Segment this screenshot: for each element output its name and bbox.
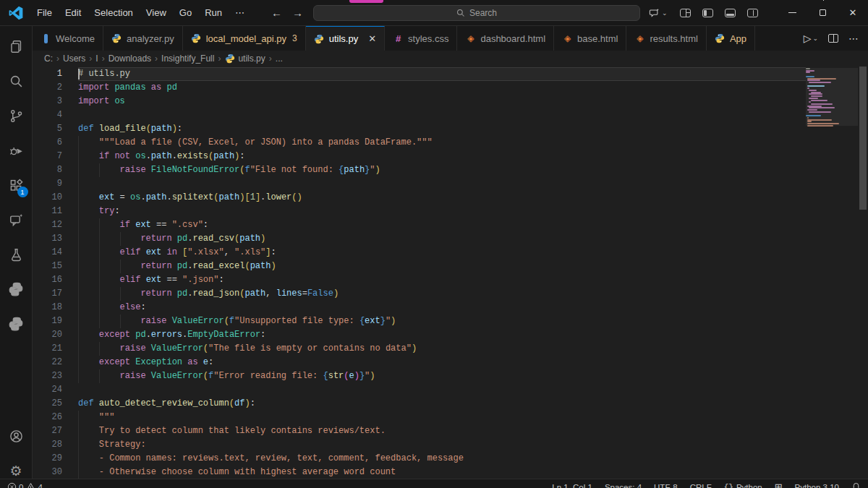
- breadcrumb-file[interactable]: utils.py: [224, 53, 265, 64]
- code-line[interactable]: 14 elif ext in [".xlsx", ".xls"]:: [33, 246, 806, 260]
- code-line[interactable]: 16 elif ext == ".json":: [33, 273, 806, 287]
- activity-item-source-control[interactable]: [0, 98, 33, 133]
- line-number[interactable]: 12: [33, 218, 62, 232]
- search-input[interactable]: Search: [313, 5, 640, 21]
- line-number[interactable]: 7: [33, 150, 62, 163]
- breadcrumb-segment[interactable]: Insightify_Full: [161, 53, 214, 64]
- code-line[interactable]: 9: [33, 177, 806, 191]
- menu-item-file[interactable]: File: [30, 4, 59, 21]
- code-line[interactable]: 10 ext = os.path.splitext(path)[1].lower…: [33, 191, 806, 205]
- tab-styles-css[interactable]: #styles.css: [385, 26, 457, 51]
- code-line[interactable]: 24: [33, 383, 806, 397]
- copilot-chat-button[interactable]: ⌄: [649, 8, 668, 18]
- code-line[interactable]: 26 """: [33, 411, 806, 424]
- tab-dashboard-html[interactable]: ◈dashboard.html: [457, 26, 554, 51]
- breadcrumb-segment[interactable]: Downloads: [109, 53, 151, 64]
- tab-welcome[interactable]: Welcome: [33, 26, 103, 51]
- minimap[interactable]: [806, 68, 858, 127]
- line-number[interactable]: 10: [33, 191, 62, 205]
- tab-base-html[interactable]: ◈base.html: [554, 26, 626, 51]
- code-line[interactable]: 3import os: [33, 95, 806, 108]
- menu-item-run[interactable]: Run: [198, 4, 229, 21]
- code-line[interactable]: 27 Try to detect column that likely cont…: [33, 424, 806, 438]
- restore-button[interactable]: [807, 0, 838, 25]
- code-line[interactable]: 12 if ext == ".csv":: [33, 218, 806, 232]
- activity-item-python-env[interactable]: [0, 272, 33, 307]
- activity-item-testing[interactable]: [0, 237, 33, 272]
- menu-item-edit[interactable]: Edit: [59, 4, 88, 21]
- line-number[interactable]: 2: [33, 81, 62, 95]
- line-number[interactable]: 23: [33, 369, 62, 383]
- scrollbar-thumb[interactable]: [859, 67, 867, 210]
- line-number[interactable]: 21: [33, 342, 62, 356]
- code-line[interactable]: 5def load_file(path):: [33, 122, 806, 136]
- code-line[interactable]: 23 raise ValueError(f"Error reading file…: [33, 369, 806, 383]
- line-number[interactable]: 30: [33, 466, 62, 479]
- line-number[interactable]: 5: [33, 122, 62, 136]
- code-line[interactable]: 6 """Load a file (CSV, Excel, or JSON) i…: [33, 136, 806, 150]
- line-number[interactable]: 24: [33, 383, 62, 397]
- code-line[interactable]: 1# utils.py: [33, 67, 806, 81]
- code-line[interactable]: 20 except pd.errors.EmptyDataError:: [33, 328, 806, 342]
- line-number[interactable]: 3: [33, 95, 62, 108]
- line-number[interactable]: 8: [33, 163, 62, 177]
- editor[interactable]: 1# utils.py2import pandas as pd3import o…: [33, 67, 868, 488]
- activity-item-extensions[interactable]: 1: [0, 168, 33, 202]
- menu-item-view[interactable]: View: [140, 4, 173, 21]
- line-number[interactable]: 1: [33, 67, 62, 81]
- toggle-panel-icon[interactable]: [725, 9, 736, 17]
- line-number[interactable]: 14: [33, 246, 62, 260]
- code-line[interactable]: 7 if not os.path.exists(path):: [33, 150, 806, 163]
- vertical-scrollbar[interactable]: [858, 67, 868, 488]
- line-number[interactable]: 17: [33, 287, 62, 301]
- code-line[interactable]: 25def auto_detect_review_column(df):: [33, 397, 806, 411]
- breadcrumb-segment[interactable]: Users: [63, 53, 85, 64]
- tab-local-model-api-py[interactable]: local_model_api.py3: [183, 26, 306, 51]
- line-number[interactable]: 13: [33, 232, 62, 246]
- run-python-file-button[interactable]: ▷ ⌄: [804, 33, 818, 44]
- activity-item-chat[interactable]: [0, 202, 33, 237]
- breadcrumb-segment[interactable]: I: [95, 53, 98, 64]
- code-line[interactable]: 17 return pd.read_json(path, lines=False…: [33, 287, 806, 301]
- status-python-3.10[interactable]: Python 3.10: [795, 483, 839, 488]
- tab-utils-py[interactable]: utils.py✕: [306, 26, 385, 51]
- close-tab-icon[interactable]: ✕: [368, 33, 376, 44]
- line-number[interactable]: 9: [33, 177, 62, 191]
- split-editor-icon[interactable]: [828, 34, 838, 43]
- tab-analyzer-py[interactable]: analyzer.py: [103, 26, 183, 51]
- problems-errors[interactable]: 0: [7, 482, 23, 488]
- code-line[interactable]: 18 else:: [33, 301, 806, 314]
- line-number[interactable]: 16: [33, 273, 62, 287]
- code-line[interactable]: 28 Strategy:: [33, 438, 806, 452]
- status-ln-1-col-1[interactable]: Ln 1, Col 1: [552, 483, 592, 488]
- status-spaces-4[interactable]: Spaces: 4: [605, 483, 642, 488]
- code-line[interactable]: 15 return pd.read_excel(path): [33, 260, 806, 273]
- minimize-button[interactable]: [777, 0, 807, 25]
- code-line[interactable]: 13 return pd.read_csv(path): [33, 232, 806, 246]
- code-line[interactable]: 8 raise FileNotFoundError(f"File not fou…: [33, 163, 806, 177]
- activity-item-run-debug[interactable]: [0, 133, 33, 168]
- menu-item-selection[interactable]: Selection: [88, 4, 139, 21]
- menu-item-more[interactable]: ⋯: [229, 4, 251, 21]
- tab-app[interactable]: App: [707, 26, 755, 51]
- activity-item-python-packages[interactable]: [0, 307, 33, 341]
- status-copilot[interactable]: ⊞: [775, 481, 783, 488]
- code-line[interactable]: 30 - Otherwise choose column with highes…: [33, 466, 806, 479]
- customize-layout-icon[interactable]: [680, 9, 691, 17]
- code-line[interactable]: 4: [33, 108, 806, 122]
- line-number[interactable]: 19: [33, 314, 62, 328]
- code-line[interactable]: 21 raise ValueError("The file is empty o…: [33, 342, 806, 356]
- status-python[interactable]: {}Python: [724, 483, 762, 488]
- line-number[interactable]: 20: [33, 328, 62, 342]
- activity-item-account[interactable]: [0, 419, 33, 453]
- line-number[interactable]: 28: [33, 438, 62, 452]
- line-number[interactable]: 26: [33, 411, 62, 424]
- code-line[interactable]: 22 except Exception as e:: [33, 356, 806, 369]
- activity-item-explorer[interactable]: [0, 29, 33, 64]
- activity-item-search[interactable]: [0, 64, 33, 98]
- line-number[interactable]: 22: [33, 356, 62, 369]
- code-line[interactable]: 19 raise ValueError(f"Unsupported file t…: [33, 314, 806, 328]
- line-number[interactable]: 18: [33, 301, 62, 314]
- tab-results-html[interactable]: ◈results.html: [626, 26, 706, 51]
- line-number[interactable]: 6: [33, 136, 62, 150]
